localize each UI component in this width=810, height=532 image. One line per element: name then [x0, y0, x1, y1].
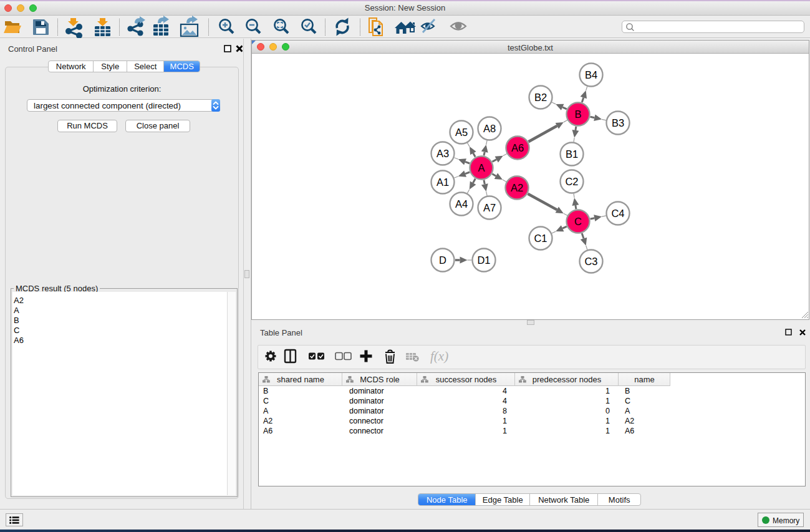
- svg-text:A6: A6: [511, 142, 524, 153]
- svg-text:A1: A1: [436, 177, 449, 188]
- svg-text:C3: C3: [584, 256, 597, 267]
- svg-text:A8: A8: [483, 123, 496, 134]
- svg-text:f(x): f(x): [430, 349, 448, 364]
- svg-text:C1: C1: [534, 233, 547, 244]
- svg-text:C4: C4: [611, 208, 624, 219]
- svg-text:A2: A2: [511, 182, 523, 193]
- svg-text:D: D: [439, 254, 446, 266]
- svg-text:B: B: [574, 109, 581, 120]
- svg-text:A4: A4: [455, 198, 468, 210]
- svg-text:B3: B3: [612, 117, 624, 128]
- svg-text:C2: C2: [565, 176, 578, 187]
- svg-text:B4: B4: [585, 69, 597, 80]
- svg-text:A3: A3: [436, 148, 449, 159]
- svg-text:A: A: [478, 162, 485, 173]
- svg-text:C: C: [574, 216, 582, 227]
- svg-text:A5: A5: [455, 127, 468, 138]
- svg-text:A7: A7: [483, 202, 496, 213]
- svg-text:D1: D1: [477, 254, 490, 266]
- svg-text:B1: B1: [566, 148, 578, 160]
- svg-text:B2: B2: [534, 92, 547, 103]
